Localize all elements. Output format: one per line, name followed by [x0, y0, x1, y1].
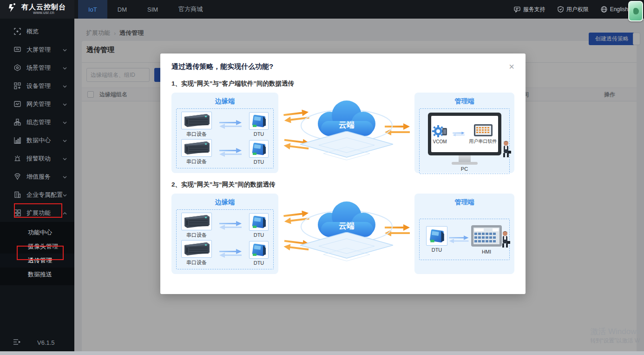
serial-device-label: 串口设备 — [186, 131, 207, 138]
nav-tab-iot[interactable]: IoT — [78, 0, 107, 19]
enterprise-icon — [14, 191, 21, 198]
user-avatar[interactable] — [628, 1, 643, 21]
close-icon[interactable]: × — [509, 62, 514, 71]
gateway-icon — [14, 100, 21, 107]
blue-double-arrow-icon — [217, 120, 243, 129]
value-service-icon — [14, 173, 21, 180]
overview-icon — [14, 28, 21, 35]
sidebar-item-value-services[interactable]: 增值服务 — [0, 167, 74, 186]
sidebar-item-enterprise-config[interactable]: 企业专属配置 — [0, 186, 74, 204]
cloud-zone-2: 云端 — [278, 194, 414, 274]
sidebar-item-screen-mgmt[interactable]: 大屏管理 — [0, 40, 74, 59]
sidebar-item-label: 扩展功能 — [26, 209, 51, 217]
service-support-link[interactable]: 服务支持 — [514, 6, 545, 13]
user-permission-link[interactable]: 用户权限 — [558, 6, 589, 13]
manage-panel-title: 管理端 — [419, 198, 510, 207]
usr-logo-icon — [7, 2, 18, 16]
dtu-label: DTU — [254, 260, 264, 266]
scene-icon — [14, 64, 21, 71]
dtu-illustration — [249, 112, 269, 130]
sidebar-item-scene-mgmt[interactable]: 场景管理 — [0, 59, 74, 77]
extended-functions-icon — [14, 209, 21, 216]
sidebar-item-device-mgmt[interactable]: 设备管理 — [0, 77, 74, 95]
edge-panel-2: 边缘端 串口设备 DTU — [171, 194, 278, 274]
sidebar-item-overview[interactable]: 概览 — [0, 22, 74, 40]
language-label: English — [610, 6, 628, 13]
chevron-down-icon — [63, 119, 67, 126]
pc-monitor-illustration: VCOM 用户串口软件 — [428, 113, 501, 155]
navbar-right: 服务支持 用户权限 English — [514, 6, 644, 13]
blue-double-arrow-icon — [217, 248, 243, 258]
language-switch[interactable]: English — [601, 6, 628, 13]
chevron-up-icon — [63, 209, 67, 216]
extended-functions-submenu: 功能中心 摄像头管理 透传管理 数据推送 — [0, 222, 74, 285]
submenu-item-data-push[interactable]: 数据推送 — [0, 268, 74, 281]
nav-tab-dm[interactable]: DM — [107, 0, 137, 19]
globe-icon — [601, 6, 607, 13]
sidebar-item-alarm-linkage[interactable]: 报警联动 — [0, 149, 74, 167]
monitor-base — [452, 162, 478, 165]
edge-panel-title: 边缘端 — [176, 97, 274, 106]
sidebar-item-data-center[interactable]: 数据中心 — [0, 131, 74, 149]
serial-device-label: 串口设备 — [186, 158, 207, 165]
blue-double-arrow-icon — [217, 221, 243, 230]
section-1-heading: 1、实现“网关”与“客户端软件”间的数据透传 — [160, 76, 526, 93]
vcom-icon — [432, 124, 448, 138]
sidebar-item-gateway-mgmt[interactable]: 网关管理 — [0, 95, 74, 113]
hmi-label: HMI — [482, 249, 491, 255]
modal-title: 通过透传策略，能实现什么功能? — [171, 62, 273, 71]
submenu-item-function-center[interactable]: 功能中心 — [0, 226, 74, 240]
logo[interactable]: 有人云控制台 www.usr.cn — [0, 0, 74, 19]
sidebar-item-label: 报警联动 — [26, 154, 51, 163]
sidebar-item-label: 增值服务 — [26, 173, 51, 181]
dtu-label: DTU — [254, 232, 264, 238]
chevron-down-icon — [63, 137, 67, 144]
device-icon — [14, 82, 21, 89]
person-illustration — [500, 231, 510, 248]
vcom-label: VCOM — [433, 139, 447, 144]
service-support-label: 服务支持 — [523, 6, 545, 13]
sidebar-collapse-icon[interactable] — [13, 339, 20, 347]
logo-title: 有人云控制台 — [21, 3, 66, 11]
sidebar: 概览 大屏管理 场景管理 设备管理 网关管理 组态管理 — [0, 19, 74, 351]
serial-device-label: 串口设备 — [186, 259, 207, 266]
dtu-illustration — [249, 213, 269, 231]
top-navbar: 有人云控制台 www.usr.cn IoT DM SIM 官方商城 服务支持 用… — [0, 0, 644, 19]
shield-icon — [558, 6, 564, 13]
chevron-down-icon — [63, 155, 67, 162]
sidebar-item-extended-functions[interactable]: 扩展功能 — [0, 204, 74, 222]
manage-panel-2: 管理端 DTU HMI — [414, 194, 514, 274]
submenu-item-camera-mgmt[interactable]: 摄像头管理 — [0, 240, 74, 254]
nav-tabs: IoT DM SIM 官方商城 — [78, 0, 213, 19]
manage-panel-title: 管理端 — [419, 97, 510, 106]
chevron-down-icon — [63, 191, 67, 198]
nav-tab-shop[interactable]: 官方商城 — [168, 0, 213, 19]
cloud-platform-illustration — [300, 131, 393, 161]
edge-panel-1: 边缘端 串口设备 DTU — [171, 93, 278, 173]
serial-software-icon — [473, 123, 493, 137]
cloud-label: 云端 — [339, 221, 355, 230]
hmi-illustration — [470, 224, 503, 248]
submenu-item-passthrough-mgmt[interactable]: 透传管理 — [0, 254, 74, 268]
sidebar-item-config-mgmt[interactable]: 组态管理 — [0, 113, 74, 131]
nav-tab-sim[interactable]: SIM — [137, 0, 168, 19]
edge-panel-title: 边缘端 — [176, 198, 274, 207]
sidebar-item-label: 组态管理 — [26, 118, 51, 127]
configuration-icon — [14, 119, 21, 126]
dtu-label: DTU — [432, 247, 442, 253]
blue-double-arrow-icon — [447, 235, 470, 244]
logo-subtitle: www.usr.cn — [21, 11, 66, 15]
manage-panel-1: 管理端 VCOM 用户串口软件 — [414, 93, 514, 173]
passthrough-help-modal: 通过透传策略，能实现什么功能? × 1、实现“网关”与“客户端软件”间的数据透传… — [160, 54, 526, 294]
serial-device-illustration — [181, 240, 212, 258]
monitor-stand — [459, 155, 471, 162]
user-permission-label: 用户权限 — [566, 6, 589, 13]
serial-device-illustration — [181, 139, 212, 157]
serial-device-label: 串口设备 — [186, 232, 207, 239]
section-2-heading: 2、实现“网关”与“网关”间的数据透传 — [160, 173, 526, 194]
diagram-2: 边缘端 串口设备 DTU — [160, 194, 526, 274]
sidebar-item-label: 企业专属配置 — [26, 191, 63, 199]
cloud-label: 云端 — [339, 121, 355, 129]
cloud-platform-illustration — [300, 232, 393, 262]
chevron-down-icon — [63, 46, 67, 53]
